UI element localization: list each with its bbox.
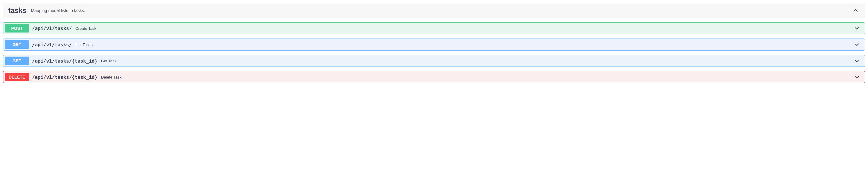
tag-header[interactable]: tasks Mapping model lists to tasks. xyxy=(3,3,865,18)
chevron-down-icon xyxy=(854,58,860,64)
http-method-badge: POST xyxy=(5,24,29,33)
operation-row[interactable]: DELETE/api/v1/tasks/{task_id}Delete Task xyxy=(3,71,865,83)
http-method-badge: GET xyxy=(5,57,29,65)
operations-list: POST/api/v1/tasks/Create TaskGET/api/v1/… xyxy=(3,22,865,83)
endpoint-path: /api/v1/tasks/ xyxy=(32,42,72,47)
endpoint-summary: Delete Task xyxy=(101,75,854,79)
operation-row[interactable]: GET/api/v1/tasks/List Tasks xyxy=(3,39,865,50)
endpoint-summary: Get Task xyxy=(101,59,854,63)
http-method-badge: DELETE xyxy=(5,73,29,81)
api-tag-section: tasks Mapping model lists to tasks. POST… xyxy=(3,3,865,83)
operation-row[interactable]: GET/api/v1/tasks/{task_id}Get Task xyxy=(3,55,865,67)
endpoint-summary: Create Task xyxy=(75,26,854,31)
chevron-down-icon xyxy=(854,25,860,31)
operation-row[interactable]: POST/api/v1/tasks/Create Task xyxy=(3,22,865,34)
endpoint-path: /api/v1/tasks/{task_id} xyxy=(32,74,97,80)
endpoint-path: /api/v1/tasks/ xyxy=(32,26,72,31)
endpoint-path: /api/v1/tasks/{task_id} xyxy=(32,58,97,64)
tag-description: Mapping model lists to tasks. xyxy=(31,8,852,13)
chevron-down-icon xyxy=(854,74,860,80)
tag-name: tasks xyxy=(8,6,27,15)
endpoint-summary: List Tasks xyxy=(75,42,854,47)
chevron-down-icon xyxy=(854,41,860,47)
http-method-badge: GET xyxy=(5,40,29,49)
chevron-up-icon xyxy=(852,7,859,13)
